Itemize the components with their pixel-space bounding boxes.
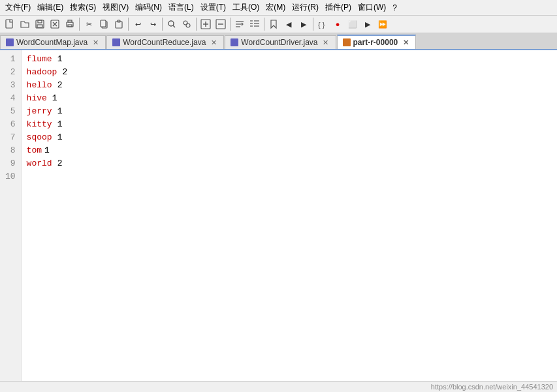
tabs-bar: WordCountMap.java ✕ WordCountReduce.java… [0,33,557,50]
menu-encoding[interactable]: 编码(N) [133,1,165,14]
syntax-button[interactable]: { } [315,17,330,31]
menu-help[interactable]: ? [390,3,400,13]
tab-wordcountmap[interactable]: WordCountMap.java ✕ [0,35,106,49]
toolbar-sep-3 [162,18,163,31]
toolbar-sep-6 [264,18,264,31]
line-number: 2 [5,66,16,79]
toolbar-sep-2 [128,18,129,31]
step-button[interactable]: ▶ [360,17,375,31]
toolbar: ✂ ↩ ↪ ◀ ▶ { } ● ⬜ ▶ ⏩ [0,16,557,33]
tab-icon-wordcountmap [6,38,14,46]
code-word-5: jerry [27,105,52,118]
code-word-6: kitty [27,118,52,131]
wrap-button[interactable] [232,17,247,31]
menu-macro[interactable]: 宏(M) [263,1,288,14]
code-content[interactable]: flume 1 hadoop 2 hello 2 hive 1 jerry 1 … [22,50,557,391]
replace-button[interactable] [180,17,194,31]
code-count-8: 1 [44,144,50,157]
paste-button[interactable] [112,17,126,31]
menu-settings[interactable]: 设置(T) [198,1,229,14]
run-button[interactable]: ● [330,17,345,31]
toolbar-sep-4 [196,18,197,31]
watermark-text: https://blog.csdn.net/weixin_44541320 [431,383,553,391]
line-number: 9 [5,157,16,170]
new-button[interactable] [3,17,17,31]
code-word-1: flume [27,53,52,66]
bookmark-button[interactable] [266,17,281,31]
tab-icon-part-r [343,38,351,46]
code-word-2: hadoop [27,66,57,79]
prev-bookmark-button[interactable]: ◀ [281,17,296,31]
zoom-out-button[interactable] [214,17,228,31]
svg-rect-9 [68,25,72,27]
svg-rect-3 [37,25,42,27]
editor: 1 2 3 4 5 6 7 8 9 10 flume 1 hadoop 2 he… [0,50,557,391]
code-word-4: hive [27,92,47,105]
print-button[interactable] [63,17,77,31]
menu-window[interactable]: 窗口(W) [355,1,389,14]
svg-point-14 [168,21,174,26]
menu-plugin[interactable]: 插件(P) [323,1,354,14]
svg-rect-11 [101,20,106,27]
tab-close-part-r[interactable]: ✕ [401,38,410,47]
redo-button[interactable]: ↪ [146,17,160,31]
undo-button[interactable]: ↩ [131,17,145,31]
svg-text:{ }: { } [318,21,325,29]
code-count-2: 2 [62,66,67,79]
save-button[interactable] [33,17,47,31]
svg-rect-2 [38,20,42,23]
code-word-7: sqoop [27,131,52,144]
next-bookmark-button[interactable]: ▶ [296,17,311,31]
tab-wordcountdriver[interactable]: WordCountDriver.java ✕ [225,35,336,49]
menu-language[interactable]: 语言(L) [166,1,197,14]
line-number: 3 [5,79,16,92]
stop-button[interactable]: ⬜ [345,17,360,31]
code-count-5: 1 [57,105,63,118]
find-button[interactable] [165,17,179,31]
code-count-4: 1 [52,92,57,105]
menu-tools[interactable]: 工具(O) [230,1,262,14]
close-button[interactable] [48,17,62,31]
menu-run[interactable]: 运行(R) [289,1,321,14]
tab-label-part-r: part-r-00000 [353,38,398,47]
code-line-2: hadoop 2 [27,66,552,79]
menu-search[interactable]: 搜索(S) [67,1,99,14]
linenum-button[interactable] [247,17,262,31]
code-count-6: 1 [57,118,63,131]
tab-icon-wordcountdriver [231,38,238,46]
cut-button[interactable]: ✂ [82,17,96,31]
statusbar: https://blog.csdn.net/weixin_44541320 [0,381,557,391]
line-number: 4 [5,92,16,105]
tab-icon-wordcountreduce [112,38,120,46]
copy-button[interactable] [97,17,111,31]
toolbar-sep-1 [79,18,80,31]
svg-line-15 [173,25,175,27]
tab-close-wordcountmap[interactable]: ✕ [91,38,100,47]
code-line-7: sqoop 1 [27,131,552,144]
zoom-in-button[interactable] [199,17,213,31]
code-word-3: hello [27,79,52,92]
code-word-8: tom [27,144,42,157]
line-number: 7 [5,131,16,144]
line-number: 5 [5,105,16,118]
tab-close-wordcountdriver[interactable]: ✕ [321,38,330,47]
tab-label-wordcountdriver: WordCountDriver.java [241,38,317,47]
code-line-1: flume 1 [27,53,552,66]
code-count-3: 2 [57,79,63,92]
fast-forward-button[interactable]: ⏩ [375,17,390,31]
tab-close-wordcountreduce[interactable]: ✕ [209,38,218,47]
code-line-6: kitty 1 [27,118,552,131]
svg-rect-8 [68,20,72,22]
menu-edit[interactable]: 编辑(E) [35,1,66,14]
open-button[interactable] [18,17,32,31]
toolbar-sep-7 [313,18,313,31]
toolbar-sep-5 [230,18,231,31]
tab-wordcountreduce[interactable]: WordCountReduce.java ✕ [106,35,224,49]
menu-file[interactable]: 文件(F) [3,1,33,14]
code-word-9: world [27,157,52,170]
tab-part-r[interactable]: part-r-00000 ✕ [337,35,417,49]
code-line-4: hive 1 [27,92,552,105]
menu-view[interactable]: 视图(V) [100,1,131,14]
tab-label-wordcountreduce: WordCountReduce.java [123,38,206,47]
code-line-8: tom 1 [27,144,552,157]
